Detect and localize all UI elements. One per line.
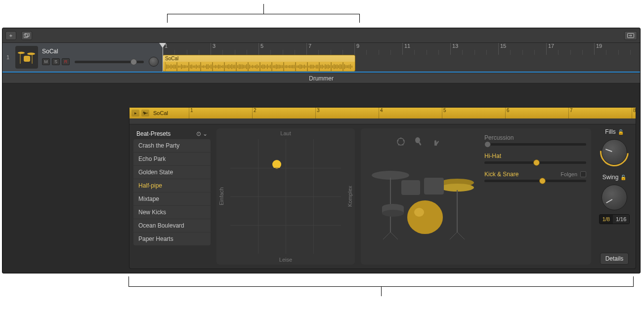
ruler-tick: 7 xyxy=(306,43,311,55)
ruler-tick: 17 xyxy=(546,43,554,55)
details-button[interactable]: Details xyxy=(600,253,629,265)
svg-point-10 xyxy=(403,140,405,142)
editor-ruler-tick: 4 xyxy=(379,108,383,118)
svg-point-29 xyxy=(382,210,404,217)
presets-menu-button[interactable]: ⊙ ⌄ xyxy=(196,130,208,137)
mute-button[interactable]: M xyxy=(42,58,50,65)
preset-item[interactable]: Mixtape xyxy=(133,193,211,206)
plus-icon: + xyxy=(9,33,12,39)
svg-rect-26 xyxy=(424,178,444,194)
editor-pane-title: Drummer xyxy=(2,73,640,83)
follow-toggle[interactable]: Folgen xyxy=(560,171,586,177)
tracks-toolbar: + xyxy=(2,28,640,43)
callout-bracket-top xyxy=(167,4,360,23)
record-enable-button[interactable]: R xyxy=(62,58,70,65)
add-track-button[interactable]: + xyxy=(5,31,16,40)
hihat-slider[interactable] xyxy=(484,161,586,164)
svg-line-23 xyxy=(450,232,457,239)
drum-kit-visual[interactable] xyxy=(366,133,479,260)
ruler-tick: 5 xyxy=(258,43,263,55)
drummer-editor: ▸ SoCal 12345678 Beat-Presets ⊙ ⌄ Crash … xyxy=(129,107,636,269)
arrow-box-icon xyxy=(627,33,634,38)
callout-bracket-bottom xyxy=(129,276,634,296)
ruler-tick: 3 xyxy=(211,43,215,55)
editor-ruler-tick: 5 xyxy=(442,108,446,118)
waveform-small-icon xyxy=(143,111,148,115)
svg-rect-5 xyxy=(24,56,30,62)
duplicate-track-button[interactable] xyxy=(21,31,32,40)
playhead-icon[interactable] xyxy=(159,43,166,48)
swing-1-16[interactable]: 1/16 xyxy=(613,215,629,224)
kicksnare-label: Kick & Snare xyxy=(484,171,518,178)
unlock-icon[interactable]: 🔓 xyxy=(620,175,626,180)
xy-pad[interactable]: Einfach Laut Leise Komplex xyxy=(216,128,355,265)
daw-window: + 1 SoCal M xyxy=(2,28,641,273)
preset-item[interactable]: New Kicks xyxy=(133,206,211,219)
percussion-slider[interactable] xyxy=(484,143,586,146)
preset-item[interactable]: Echo Park xyxy=(133,153,211,166)
ruler-tick: 15 xyxy=(498,43,506,55)
editor-ruler[interactable]: ▸ SoCal 12345678 xyxy=(129,108,636,118)
fills-knob[interactable] xyxy=(601,139,627,165)
shaker-icon[interactable] xyxy=(413,136,424,147)
preset-item[interactable]: Paper Hearts xyxy=(133,232,211,245)
track-name: SoCal xyxy=(42,48,159,55)
arrange-area[interactable]: 135791113151719 SoCal xyxy=(163,43,640,72)
editor-ruler-tick: 6 xyxy=(505,108,510,118)
svg-point-31 xyxy=(407,200,443,234)
xy-label-top: Laut xyxy=(226,130,345,136)
preset-item[interactable]: Half-pipe xyxy=(133,179,211,193)
drum-kit-icon xyxy=(17,49,36,66)
kit-panel: Percussion Hi-Hat Kick & Snare Folgen xyxy=(361,128,591,265)
percussion-label: Percussion xyxy=(484,134,514,141)
ruler-tick: 13 xyxy=(450,43,458,55)
swing-knob[interactable] xyxy=(601,185,627,210)
editor-ruler-tick: 8 xyxy=(632,108,636,118)
pan-knob[interactable] xyxy=(149,57,159,67)
swing-resolution-toggle[interactable]: 1/8 1/16 xyxy=(599,214,630,224)
editor-region-name: SoCal xyxy=(153,110,168,116)
preset-item[interactable]: Golden State xyxy=(133,166,211,179)
editor-ruler-tick: 3 xyxy=(315,108,320,118)
kicksnare-slider-row: Kick & Snare Folgen xyxy=(484,171,586,182)
track-instrument-icon[interactable] xyxy=(15,46,38,69)
handclap-icon[interactable] xyxy=(431,136,442,147)
preset-item[interactable]: Crash the Party xyxy=(133,139,211,153)
bar-ruler[interactable]: 135791113151719 xyxy=(163,43,640,55)
svg-rect-0 xyxy=(24,34,28,38)
hihat-label: Hi-Hat xyxy=(484,153,501,159)
tambourine-icon[interactable] xyxy=(395,136,406,147)
preset-list: Crash the PartyEcho ParkGolden StateHalf… xyxy=(133,139,211,245)
svg-line-18 xyxy=(383,232,390,239)
track-header[interactable]: 1 SoCal M S R xyxy=(2,43,163,72)
svg-line-24 xyxy=(457,232,465,239)
unlock-icon[interactable]: 🔓 xyxy=(618,129,624,135)
editor-view-button[interactable] xyxy=(141,110,149,116)
follow-label: Folgen xyxy=(560,171,577,177)
editor-subruler xyxy=(129,118,636,124)
ruler-tick: 9 xyxy=(354,43,359,55)
editor-ruler-tick: 2 xyxy=(252,108,257,118)
svg-rect-1 xyxy=(25,33,29,37)
solo-button[interactable]: S xyxy=(52,58,60,65)
follow-checkbox[interactable] xyxy=(580,171,586,177)
track-number: 1 xyxy=(6,54,11,60)
xy-label-left: Einfach xyxy=(216,128,226,265)
preset-item[interactable]: Ocean Boulevard xyxy=(133,219,211,232)
swing-1-8[interactable]: 1/8 xyxy=(600,215,613,224)
knob-column: Fills🔓 Swing🔓 1/8 1/16 Details xyxy=(597,128,632,265)
swing-label: Swing xyxy=(602,174,619,181)
tracks-area: 1 SoCal M S R xyxy=(2,43,640,73)
playhead-line xyxy=(163,47,163,72)
duplicate-icon xyxy=(24,33,30,38)
catch-playhead-button[interactable] xyxy=(624,31,637,40)
drummer-region[interactable]: SoCal xyxy=(163,55,355,72)
ruler-tick: 19 xyxy=(594,43,602,55)
svg-rect-15 xyxy=(419,142,422,146)
fills-label: Fills xyxy=(605,128,615,135)
svg-point-4 xyxy=(27,53,35,55)
editor-play-button[interactable]: ▸ xyxy=(131,110,139,116)
kicksnare-slider[interactable] xyxy=(484,180,586,182)
volume-slider[interactable] xyxy=(75,61,144,63)
waveform-icon xyxy=(165,62,353,72)
